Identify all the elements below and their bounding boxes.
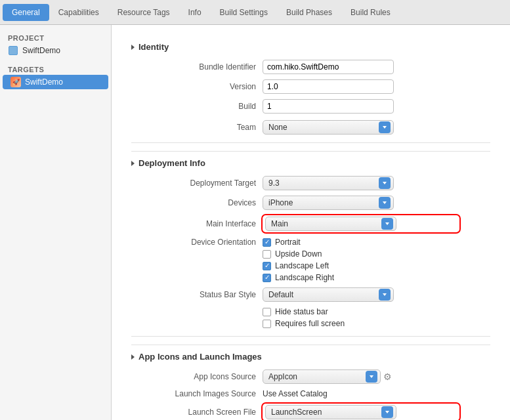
- sidebar: PROJECT SwiftDemo TARGETS 🚀 SwiftDemo: [0, 25, 112, 420]
- app-icons-title: App Icons and Launch Images: [138, 352, 262, 362]
- orientation-upsidedown-checkbox[interactable]: [263, 250, 271, 259]
- tab-build-phases[interactable]: Build Phases: [277, 4, 341, 21]
- tab-build-settings[interactable]: Build Settings: [211, 4, 277, 21]
- bundle-identifier-label: Bundle Identifier: [131, 62, 263, 72]
- bundle-identifier-input[interactable]: [263, 60, 394, 74]
- build-control: [263, 99, 459, 114]
- orientation-landscape-right-checkbox[interactable]: [263, 274, 271, 282]
- bundle-identifier-control: [263, 60, 459, 74]
- deployment-section-header: Deployment Info: [131, 151, 490, 168]
- launch-screen-file-row: Launch Screen File LaunchScreen: [131, 404, 490, 420]
- orientation-portrait-checkbox[interactable]: [263, 238, 271, 247]
- target-icon: 🚀: [11, 77, 21, 87]
- content-area: Identity Bundle Identifier Version Build: [112, 25, 510, 420]
- deployment-target-chevron: [379, 177, 391, 189]
- orientation-portrait-row: Portrait: [263, 238, 459, 247]
- identity-section-header: Identity: [131, 35, 490, 52]
- sidebar-item-target[interactable]: 🚀 SwiftDemo: [3, 75, 108, 89]
- launch-images-source-row: Launch Images Source Use Asset Catalog: [131, 389, 490, 398]
- orientation-group: Portrait Upside Down Landscape Left: [263, 238, 459, 282]
- status-bar-style-control: Default: [263, 287, 459, 302]
- hide-status-bar-control: Hide status bar Requires full screen: [263, 307, 459, 328]
- version-input[interactable]: [263, 79, 394, 94]
- main-interface-chevron: [381, 218, 393, 230]
- build-label: Build: [131, 102, 263, 111]
- app-icons-source-value: AppIcon: [268, 372, 366, 381]
- status-bar-style-row: Status Bar Style Default: [131, 287, 490, 302]
- team-select-value: None: [268, 123, 379, 132]
- tab-general[interactable]: General: [3, 4, 49, 21]
- deployment-toggle[interactable]: [131, 161, 135, 166]
- status-bar-style-select[interactable]: Default: [263, 287, 394, 302]
- main-interface-select[interactable]: Main: [265, 217, 396, 231]
- orientation-landscape-right-row: Landscape Right: [263, 273, 459, 282]
- orientation-landscape-right-label: Landscape Right: [275, 273, 334, 282]
- identity-toggle[interactable]: [131, 45, 135, 50]
- main-interface-highlight: Main: [263, 215, 459, 232]
- deployment-target-label: Deployment Target: [131, 178, 263, 188]
- app-icons-source-select[interactable]: AppIcon: [263, 369, 381, 384]
- launch-images-source-control: Use Asset Catalog: [263, 389, 459, 398]
- tab-capabilities[interactable]: Capabilities: [49, 4, 108, 21]
- launch-screen-file-select[interactable]: LaunchScreen: [265, 405, 396, 419]
- hide-status-bar-label: Hide status bar: [275, 307, 328, 316]
- status-bar-style-chevron: [379, 289, 391, 301]
- status-bar-style-value: Default: [268, 290, 379, 299]
- separator-2: [131, 336, 490, 337]
- hide-status-bar-row-inner: Hide status bar: [263, 307, 459, 316]
- deployment-target-value: 9.3: [268, 178, 379, 188]
- team-row: Team None: [131, 120, 490, 135]
- sidebar-item-project[interactable]: SwiftDemo: [0, 43, 111, 58]
- project-item-label: SwiftDemo: [22, 46, 60, 55]
- team-control: None: [263, 120, 459, 135]
- launch-screen-chevron: [381, 406, 393, 418]
- device-orientation-row: Device Orientation Portrait Upside Down: [131, 238, 490, 282]
- gear-icon[interactable]: ⚙: [383, 371, 392, 382]
- main-interface-label: Main Interface: [131, 219, 263, 228]
- requires-full-screen-row: Requires full screen: [263, 319, 459, 328]
- hide-status-bar-row: Hide status bar Requires full screen: [131, 307, 490, 328]
- project-icon: [8, 45, 18, 56]
- tab-resource-tags[interactable]: Resource Tags: [108, 4, 179, 21]
- team-chevron: [379, 121, 391, 133]
- orientation-landscape-left-checkbox[interactable]: [263, 262, 271, 270]
- status-bar-style-label: Status Bar Style: [131, 290, 263, 299]
- tab-bar: General Capabilities Resource Tags Info …: [0, 0, 510, 25]
- main-interface-value: Main: [271, 219, 381, 228]
- orientation-landscape-left-label: Landscape Left: [275, 261, 329, 270]
- app-icons-source-row: App Icons Source AppIcon ⚙: [131, 369, 490, 384]
- app-icons-section-header: App Icons and Launch Images: [131, 345, 490, 362]
- launch-images-source-value: Use Asset Catalog: [263, 389, 328, 398]
- build-input[interactable]: [263, 99, 394, 114]
- deployment-target-select[interactable]: 9.3: [263, 176, 394, 190]
- project-section-label: PROJECT: [0, 32, 111, 43]
- targets-section-label: TARGETS: [0, 63, 111, 75]
- hide-status-bar-checkbox[interactable]: [263, 308, 271, 316]
- main-interface-row: Main Interface Main: [131, 215, 490, 232]
- version-label: Version: [131, 82, 263, 91]
- team-select[interactable]: None: [263, 120, 394, 135]
- requires-full-screen-checkbox[interactable]: [263, 320, 271, 328]
- deployment-target-control: 9.3: [263, 176, 459, 190]
- devices-row: Devices iPhone: [131, 196, 490, 210]
- hide-status-group: Hide status bar Requires full screen: [263, 307, 459, 328]
- devices-select[interactable]: iPhone: [263, 196, 394, 210]
- launch-screen-file-control: LaunchScreen: [263, 404, 459, 420]
- devices-label: Devices: [131, 198, 263, 207]
- app-icons-source-chevron: [366, 371, 377, 383]
- launch-screen-highlight: LaunchScreen: [263, 404, 459, 420]
- identity-title: Identity: [138, 42, 169, 52]
- build-row: Build: [131, 99, 490, 114]
- version-control: [263, 79, 459, 94]
- device-orientation-label: Device Orientation: [131, 238, 263, 247]
- tab-info[interactable]: Info: [179, 4, 211, 21]
- deployment-target-row: Deployment Target 9.3: [131, 176, 490, 190]
- launch-screen-file-label: Launch Screen File: [131, 408, 263, 417]
- devices-chevron: [379, 197, 391, 209]
- app-icons-toggle[interactable]: [131, 354, 135, 360]
- devices-control: iPhone: [263, 196, 459, 210]
- orientation-portrait-label: Portrait: [275, 238, 301, 247]
- target-item-label: SwiftDemo: [25, 77, 63, 87]
- orientation-landscape-left-row: Landscape Left: [263, 261, 459, 270]
- tab-build-rules[interactable]: Build Rules: [341, 4, 400, 21]
